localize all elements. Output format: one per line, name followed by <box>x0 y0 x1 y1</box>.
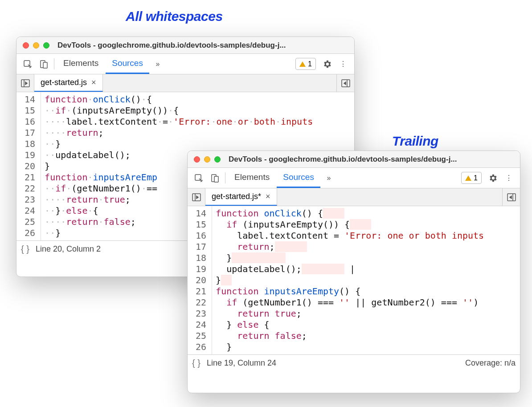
file-tab-get-started[interactable]: get-started.js* × <box>205 188 277 206</box>
devtools-window-trailing: DevTools - googlechrome.github.io/devtoo… <box>187 151 520 393</box>
maximize-window-button[interactable] <box>43 42 49 49</box>
annotation-trailing: Trailing <box>392 134 438 149</box>
annotation-all-whitespaces: All whitespaces <box>126 9 223 24</box>
window-title: DevTools - googlechrome.github.io/devtoo… <box>229 155 514 164</box>
minimize-window-button[interactable] <box>33 42 39 49</box>
minimize-window-button[interactable] <box>204 156 210 163</box>
tab-elements[interactable]: Elements <box>57 54 105 74</box>
code-editor[interactable]: 14 15 16 17 18 19 20 21 22 23 24 25 26 f… <box>188 206 520 354</box>
close-file-icon[interactable]: × <box>91 78 96 87</box>
svg-rect-7 <box>214 176 218 182</box>
show-debugger-icon[interactable] <box>502 188 520 206</box>
file-tabs: get-started.js × <box>16 74 354 92</box>
file-tab-get-started[interactable]: get-started.js × <box>34 74 103 92</box>
panel-tabs: Elements Sources » 1 ⋮ <box>16 54 354 74</box>
close-window-button[interactable] <box>23 42 29 49</box>
line-gutter: 14 15 16 17 18 19 20 21 22 23 24 25 26 <box>16 92 41 240</box>
titlebar: DevTools - googlechrome.github.io/devtoo… <box>188 151 520 168</box>
warnings-badge[interactable]: 1 <box>295 58 316 70</box>
show-navigator-icon[interactable] <box>188 188 205 206</box>
warning-count: 1 <box>474 174 478 182</box>
cursor-position: Line 19, Column 24 <box>207 358 276 368</box>
window-title: DevTools - googlechrome.github.io/devtoo… <box>57 41 348 50</box>
tab-elements[interactable]: Elements <box>228 168 276 188</box>
warnings-badge[interactable]: 1 <box>461 172 482 184</box>
line-gutter: 14 15 16 17 18 19 20 21 22 23 24 25 26 <box>188 206 212 354</box>
kebab-menu-icon[interactable]: ⋮ <box>501 168 516 188</box>
file-tab-label: get-started.js <box>41 78 87 87</box>
format-icon[interactable]: { } <box>21 244 29 254</box>
traffic-lights <box>23 42 49 49</box>
show-debugger-icon[interactable] <box>336 74 354 92</box>
device-icon[interactable] <box>36 54 51 74</box>
coverage-status: Coverage: n/a <box>465 358 516 368</box>
status-bar: { } Line 19, Column 24 Coverage: n/a <box>188 354 520 371</box>
more-tabs-icon[interactable]: » <box>321 168 336 188</box>
device-icon[interactable] <box>207 168 222 188</box>
close-file-icon[interactable]: × <box>266 192 270 201</box>
file-tabs: get-started.js* × <box>188 188 520 206</box>
kebab-menu-icon[interactable]: ⋮ <box>336 54 351 74</box>
format-icon[interactable]: { } <box>192 358 201 368</box>
close-window-button[interactable] <box>194 156 200 163</box>
inspect-icon[interactable] <box>191 168 206 188</box>
file-tab-label: get-started.js* <box>212 192 261 201</box>
panel-tabs: Elements Sources » 1 ⋮ <box>188 168 520 188</box>
cursor-position: Line 20, Column 2 <box>36 244 101 254</box>
tab-sources[interactable]: Sources <box>106 54 149 74</box>
inspect-icon[interactable] <box>20 54 35 74</box>
settings-icon[interactable] <box>319 54 335 74</box>
svg-rect-2 <box>43 62 47 68</box>
show-navigator-icon[interactable] <box>16 74 34 92</box>
titlebar: DevTools - googlechrome.github.io/devtoo… <box>16 37 354 54</box>
traffic-lights <box>194 156 221 163</box>
more-tabs-icon[interactable]: » <box>150 54 165 74</box>
source-content[interactable]: function onClick() { if (inputsAreEmpty(… <box>212 206 484 354</box>
settings-icon[interactable] <box>485 168 500 188</box>
maximize-window-button[interactable] <box>214 156 221 163</box>
tab-sources[interactable]: Sources <box>277 168 320 188</box>
warning-count: 1 <box>308 60 312 68</box>
